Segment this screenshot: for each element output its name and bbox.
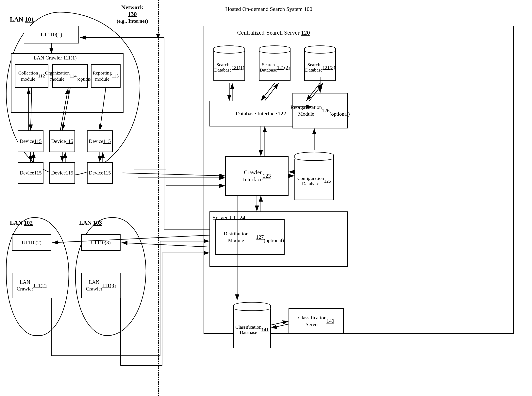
reorg-module: ReorganizationModule 126(optional) (292, 93, 348, 128)
reporting-module: Reportingmodule113 (91, 64, 121, 88)
ui-110-2: UI 110(2) (12, 234, 51, 251)
device-115-6: Device115 (87, 162, 113, 184)
organization-module: Organizationmodule114(optional) (52, 64, 88, 88)
diagram: Network130(e.g., Internet) Hosted On-dem… (0, 0, 532, 396)
network-label: Network130(e.g., Internet) (117, 4, 148, 24)
search-db-121-2: SearchDatabase121(2) (259, 43, 291, 83)
search-db-121-3: SearchDatabase121(3) (304, 43, 336, 83)
search-db-121-1: SearchDatabase121(1) (213, 43, 245, 83)
ui-110-1: UI 110(1) (24, 26, 79, 43)
ui-110-3: UI 110(3) (81, 234, 121, 251)
collection-module: Collectionmodule112 (15, 64, 48, 88)
class-db: ClassificationDatabase141 (233, 300, 271, 350)
class-server: ClassificationServer 140 (288, 308, 344, 334)
lan-crawler-label: LAN Crawler 111(1) (34, 55, 77, 61)
device-115-5: Device115 (49, 162, 75, 184)
hosted-system-label: Hosted On-demand Search System 100 (225, 6, 312, 12)
network-divider (158, 0, 159, 396)
device-115-2: Device115 (49, 130, 75, 152)
lan103-label: LAN 103 (79, 219, 102, 226)
dist-module: Distribution Module127(optional) (215, 219, 285, 255)
lan-crawler-111-2: LANCrawler111(2) (12, 273, 51, 298)
crawler-interface: CrawlerInterface123 (225, 156, 288, 196)
config-db: ConfigurationDatabase125 (294, 150, 334, 202)
device-115-3: Device115 (87, 130, 113, 152)
device-115-4: Device115 (18, 162, 43, 184)
lan102-label: LAN 102 (10, 219, 33, 226)
central-server-label: Centralized-Search Server 120 (237, 29, 310, 36)
device-115-1: Device115 (18, 130, 43, 152)
lan-crawler-111-3: LANCrawler111(3) (81, 273, 121, 298)
lan101-label: LAN 101 (10, 16, 34, 23)
